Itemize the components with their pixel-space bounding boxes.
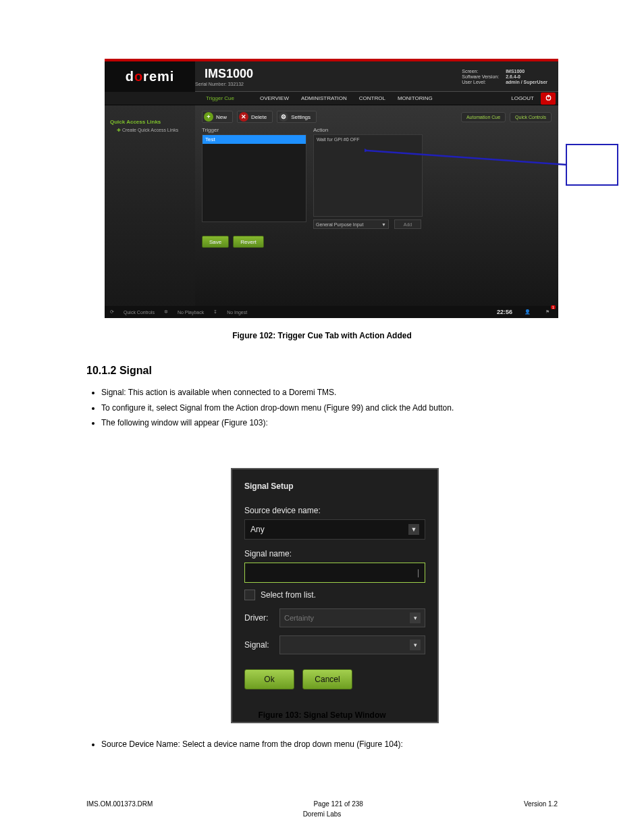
signal-name-input[interactable]: | — [244, 563, 425, 583]
cancel-button[interactable]: Cancel — [302, 669, 352, 689]
automation-cue-chip[interactable]: Automation Cue — [461, 112, 506, 122]
driver-dropdown[interactable]: Certainty ▾ — [279, 608, 425, 627]
action-type-dropdown[interactable]: General Purpose Input ▼ — [313, 219, 389, 229]
chevron-down-icon: ▼ — [381, 222, 386, 227]
figure-103-caption: Figure 103: Signal Setup Window — [0, 710, 644, 720]
toolbar: + New ✕ Delete ⚙ Settings Automation Cue… — [202, 111, 552, 123]
serial: Serial Number: 332132 — [195, 82, 253, 86]
text-cursor: | — [417, 568, 419, 577]
ok-button[interactable]: Ok — [244, 669, 294, 689]
trigger-label: Trigger — [202, 127, 306, 133]
figure-102-caption: Figure 102: Trigger Cue Tab with Action … — [0, 331, 644, 340]
notifications-icon[interactable]: ⚑1 — [542, 308, 553, 316]
dialog-title: Signal Setup — [244, 481, 425, 491]
add-action-button[interactable]: Add — [394, 219, 421, 229]
add-icon: + — [204, 112, 213, 122]
source-device-label: Source device name: — [244, 506, 425, 515]
signal-name-label: Signal name: — [244, 549, 425, 558]
quick-access-title: Quick Access Links — [110, 119, 190, 125]
action-item[interactable]: Wait for GPI #0 OFF — [317, 137, 360, 142]
plus-icon: ✚ — [117, 128, 121, 132]
app-header: doremi IMS1000 Serial Number: 332132 Scr… — [105, 61, 558, 92]
power-icon — [545, 94, 552, 103]
section-heading-signal: 10.1.2 Signal — [86, 365, 152, 377]
driver-label: Driver: — [244, 613, 273, 623]
bullet: Source Device Name: Select a device name… — [101, 738, 559, 751]
panels: Trigger Test Action Wait for GPI #0 OFF … — [202, 127, 552, 229]
notification-badge: 1 — [551, 305, 556, 309]
action-panel: Action Wait for GPI #0 OFF General Purpo… — [313, 127, 423, 229]
page-footer: IMS.OM.001373.DRM Page 121 of 238 Versio… — [86, 800, 558, 808]
user-icon[interactable]: 👤 — [522, 308, 533, 316]
bullets-2: Source Device Name: Select a device name… — [86, 738, 559, 754]
brand-d: d — [126, 69, 134, 84]
trigger-list[interactable]: Test — [202, 134, 306, 222]
quick-access-create-link[interactable]: ✚ Create Quick Access Links — [110, 128, 190, 133]
nav-tabs: OVERVIEW ADMINISTRATION CONTROL MONITORI… — [260, 95, 433, 101]
status-icon: ✲ — [164, 309, 168, 315]
tab-control[interactable]: CONTROL — [359, 95, 385, 101]
footer-left: IMS.OM.001373.DRM — [86, 800, 153, 808]
brand-logo: doremi — [105, 61, 195, 92]
status-icon: ↧ — [213, 309, 217, 315]
status-quick-controls[interactable]: Quick Controls — [124, 310, 155, 315]
tab-monitoring[interactable]: MONITORING — [398, 95, 433, 101]
new-button[interactable]: + New — [202, 111, 233, 123]
app-window: doremi IMS1000 Serial Number: 332132 Scr… — [105, 59, 558, 318]
signal-setup-dialog: Signal Setup Source device name: Any ▼ S… — [231, 468, 439, 723]
callout-box — [566, 144, 618, 186]
bullets-1: Signal: This action is available when co… — [86, 386, 559, 432]
delete-button[interactable]: ✕ Delete — [237, 111, 273, 123]
chevron-down-icon: ▾ — [410, 613, 421, 623]
action-label: Action — [313, 127, 423, 133]
source-device-dropdown[interactable]: Any ▼ — [244, 519, 425, 540]
quick-controls-chip[interactable]: Quick Controls — [510, 112, 552, 122]
trigger-item-selected[interactable]: Test — [203, 135, 306, 144]
status-no-playback: No Playback — [178, 310, 204, 315]
nav-bar: Trigger Cue OVERVIEW ADMINISTRATION CONT… — [105, 92, 558, 105]
signal-dropdown[interactable]: ▾ — [279, 635, 425, 654]
sysinfo: Screen:IMS1000 Software Version:2.6.4-0 … — [462, 69, 558, 84]
settings-button[interactable]: ⚙ Settings — [277, 111, 317, 123]
chevron-down-icon: ▾ — [410, 640, 421, 650]
footer-copyright: Doremi Labs — [0, 810, 644, 818]
action-list[interactable]: Wait for GPI #0 OFF — [313, 134, 423, 217]
product-block: IMS1000 Serial Number: 332132 — [195, 67, 253, 86]
status-icon: ⟳ — [110, 309, 114, 315]
bullet: To configure it, select Signal from the … — [101, 402, 559, 415]
chevron-down-icon: ▼ — [408, 524, 419, 535]
gear-icon: ⚙ — [279, 112, 288, 122]
select-from-list-label: Select from list. — [261, 590, 316, 600]
bullet: The following window will appear (Figure… — [101, 417, 559, 429]
status-no-ingest: No Ingest — [227, 310, 247, 315]
tab-overview[interactable]: OVERVIEW — [260, 95, 289, 101]
delete-icon: ✕ — [239, 112, 248, 122]
status-clock: 22:56 — [497, 309, 512, 315]
brand-remi: remi — [143, 69, 174, 84]
footer-center: Page 121 of 238 — [313, 800, 363, 808]
content-area: + New ✕ Delete ⚙ Settings Automation Cue… — [195, 105, 558, 253]
select-from-list-checkbox[interactable] — [244, 590, 255, 600]
signal-label: Signal: — [244, 640, 273, 650]
save-button[interactable]: Save — [202, 236, 229, 248]
revert-button[interactable]: Revert — [233, 236, 264, 248]
power-button[interactable] — [541, 93, 556, 105]
tab-administration[interactable]: ADMINISTRATION — [301, 95, 347, 101]
product-name: IMS1000 — [205, 67, 253, 81]
status-bar: ⟳ Quick Controls ✲ No Playback ↧ No Inge… — [105, 306, 558, 318]
bullet: Signal: This action is available when co… — [101, 386, 559, 399]
logout-link[interactable]: LOGOUT — [511, 95, 534, 101]
trigger-panel: Trigger Test — [202, 127, 306, 229]
footer-right: Version 1.2 — [524, 800, 558, 808]
left-rail: Quick Access Links ✚ Create Quick Access… — [105, 105, 195, 308]
section-name: Trigger Cue — [206, 95, 234, 101]
brand-o: o — [134, 69, 143, 84]
